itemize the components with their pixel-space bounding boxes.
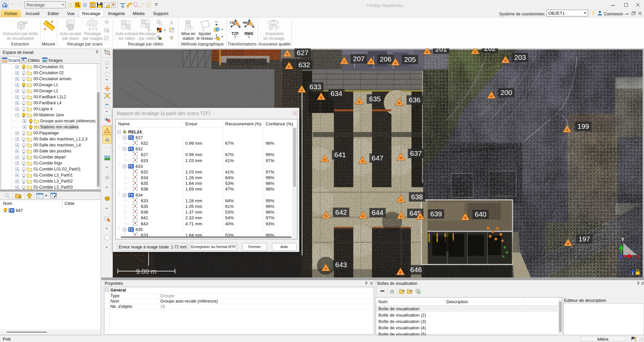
- svg-text:9.00 m: 9.00 m: [136, 268, 156, 275]
- svg-text:Z: Z: [619, 254, 622, 260]
- svg-text:TZF: TZF: [23, 21, 27, 24]
- svg-text:X: X: [637, 254, 640, 260]
- svg-text:Y: Y: [621, 237, 624, 243]
- svg-text:TZF: TZF: [230, 21, 236, 24]
- svg-text:?: ?: [592, 11, 594, 16]
- svg-text:1: 1: [632, 271, 634, 275]
